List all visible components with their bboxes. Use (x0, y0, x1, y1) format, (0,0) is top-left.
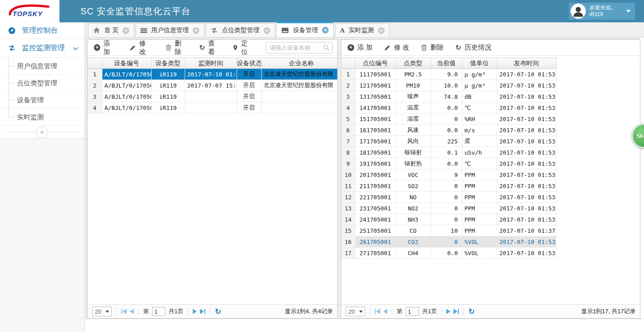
tab-user-info[interactable]: 用户信息管理 × (136, 23, 204, 37)
close-icon[interactable]: × (193, 27, 199, 34)
table-row[interactable]: 6 161705001 风速 0.0 m/s 2017-07-10 01:53:… (341, 125, 556, 136)
table-row[interactable]: 3 131705001 噪声 74.8 dB 2017-07-10 01:53:… (341, 91, 556, 102)
cell-rownum: 9 (341, 158, 355, 169)
sidebar: 管理控制台 监控监测管理 用户信息管理 点位类型管理 设备管理 实时监测 « (0, 22, 85, 332)
prev-page-button[interactable] (383, 309, 387, 314)
table-row[interactable]: 1 A/BJLT/0/1705001 iR119 2017-07-10 01:5… (88, 69, 337, 80)
next-page-button[interactable] (446, 309, 450, 314)
cell-point-id: 151705001 (355, 113, 395, 125)
table-row[interactable]: 12 221705001 NO 0 PPM 2017-07-10 01:53:2… (341, 192, 556, 203)
edit-button[interactable]: 修 改 (384, 43, 409, 52)
page-number-input[interactable] (406, 307, 419, 316)
cell-current-value: 0.0 (431, 248, 462, 259)
close-icon[interactable]: × (322, 27, 329, 34)
last-page-button[interactable] (453, 309, 459, 314)
list-icon (140, 28, 147, 33)
table-row[interactable]: 2 A/BJLT/0/1705002 iR119 2017-07-07 15:0… (88, 80, 337, 91)
table-row[interactable]: 11 211705001 SO2 0 PPM 2017-07-10 01:53:… (341, 181, 556, 192)
last-page-button[interactable] (200, 309, 205, 314)
table-row[interactable]: 9 191705001 辐射热 0.0 ℃ 2017-07-10 01:53:2… (341, 158, 556, 169)
col-point-id[interactable]: 点位编号 (355, 58, 395, 69)
table-row[interactable]: 17 271705001 CH4 0.0 %VOL 2017-07-10 01:… (341, 248, 556, 259)
cell-value-unit: %RH (462, 113, 497, 125)
select-caret-icon (359, 311, 363, 313)
cell-point-type: CH4 (395, 248, 431, 259)
col-monitor-time[interactable]: 监测时间 (185, 58, 237, 69)
table-row[interactable]: 3 A/BJLT/0/1705003 iR119 开启 (88, 91, 337, 102)
cell-current-value: 0.0 (431, 125, 462, 136)
table-row[interactable]: 7 171705001 风向 225 度 2017-07-10 01:53:21 (341, 136, 556, 147)
table-row[interactable]: 4 141705001 温度 0.0 ℃ 2017-07-10 01:53:22 (341, 102, 556, 113)
cell-point-id: 211705001 (355, 181, 395, 192)
cell-publish-time: 2017-07-10 01:53:22 (497, 236, 556, 248)
page-size-select[interactable]: 20 (346, 307, 365, 316)
first-page-button[interactable] (375, 309, 380, 314)
add-button[interactable]: + 添 加 (94, 39, 118, 56)
table-row[interactable]: 16 261705001 CO2 0 %VOL 2017-07-10 01:53… (341, 236, 556, 248)
close-icon[interactable]: × (263, 27, 270, 34)
col-device-id[interactable]: 设备编号 (102, 58, 151, 69)
tab-point-type[interactable]: 点位类型管理 × (206, 23, 275, 37)
table-row[interactable]: 13 231705001 NO2 0 PPM 2017-07-10 01:53:… (341, 203, 556, 214)
col-company[interactable]: 企业名称 (261, 58, 337, 69)
next-page-button[interactable] (193, 309, 197, 314)
close-icon[interactable]: × (123, 27, 129, 34)
refresh-icon: ↻ (455, 45, 461, 51)
first-page-button[interactable] (121, 309, 127, 314)
table-row[interactable]: 5 151705001 湿度 0 %RH 2017-07-10 01:53:22 (341, 113, 556, 125)
prev-page-button[interactable] (130, 309, 134, 314)
history-button[interactable]: ↻ 历史情况 (455, 43, 491, 52)
cell-device-type: iR119 (151, 80, 185, 91)
delete-button[interactable]: 删除 (421, 43, 444, 52)
view-button[interactable]: ↻ 查看 (199, 39, 221, 56)
tab-device-mgmt[interactable]: 设备管理 × (276, 22, 334, 37)
table-row[interactable]: 14 241705001 NH3 0 PPM 2017-07-10 01:53:… (341, 214, 556, 225)
cell-monitor-time: 2017-07-07 15:03:05 (185, 80, 237, 91)
delete-button[interactable]: 删除 (165, 39, 187, 56)
table-row[interactable]: 10 201705001 VOC 9 PPM 2017-07-10 01:53:… (341, 169, 556, 181)
col-point-type[interactable]: 点类型 (395, 58, 431, 69)
edit-button[interactable]: 修 改 (130, 39, 154, 56)
col-value-unit[interactable]: 值单位 (462, 58, 497, 69)
cell-point-type: 核辐射 (395, 147, 431, 158)
sidebar-item-user-info[interactable]: 用户信息管理 (0, 58, 85, 75)
sidebar-item-realtime[interactable]: 实时监测 (0, 109, 85, 126)
col-current-value[interactable]: 当前值 (431, 58, 462, 69)
sidebar-item-monitor-mgmt[interactable]: 监控监测管理 (0, 39, 85, 58)
table-row[interactable]: 15 251705001 CO 10 PPM 2017-07-10 01:37:… (341, 225, 556, 236)
col-rownum (341, 58, 355, 69)
delete-label: 删除 (430, 43, 444, 52)
cell-current-value: 0 (431, 113, 462, 125)
sidebar-item-console[interactable]: 管理控制台 (0, 22, 85, 39)
col-publish-time[interactable]: 发布时间 (497, 58, 556, 69)
user-menu[interactable]: 欢迎光临, iR119 (569, 3, 635, 20)
add-button[interactable]: + 添 加 (347, 43, 373, 52)
tab-label: 用户信息管理 (151, 26, 189, 34)
reload-icon[interactable]: ↻ (468, 307, 475, 316)
close-icon[interactable]: × (378, 27, 385, 34)
sidebar-item-device-mgmt[interactable]: 设备管理 (0, 92, 85, 109)
col-device-status[interactable]: 设备状态 (237, 58, 261, 69)
table-row[interactable]: 2 121705001 PM10 10.0 μ g/m³ 2017-07-10 … (341, 80, 556, 91)
cell-point-id: 131705001 (355, 91, 395, 102)
refresh-icon: ↻ (199, 45, 205, 51)
cell-point-type: 噪声 (395, 91, 431, 102)
page-size-select[interactable]: 20 (92, 307, 112, 316)
collapse-sidebar-button[interactable]: « (36, 126, 48, 138)
search-icon[interactable] (323, 44, 330, 51)
reload-icon[interactable]: ↻ (215, 307, 221, 316)
col-device-type[interactable]: 设备类型 (151, 58, 185, 69)
cell-publish-time: 2017-07-10 01:53:22 (497, 91, 556, 102)
table-row[interactable]: 1 111705001 PM2.5 9.0 μ g/m³ 2017-07-10 … (341, 69, 556, 80)
cell-point-id: 191705001 (355, 158, 395, 169)
table-row[interactable]: 8 181705001 核辐射 0.1 uSv/h 2017-07-10 01:… (341, 147, 556, 158)
add-label: 添 加 (103, 39, 118, 56)
cell-monitor-time (185, 91, 237, 102)
tab-home[interactable]: 首 页 × (88, 23, 134, 37)
page-number-input[interactable] (152, 307, 165, 316)
sidebar-item-point-type[interactable]: 点位类型管理 (0, 75, 85, 92)
locate-button[interactable]: 定位 (233, 39, 254, 56)
tab-realtime[interactable]: A 实时监测 × (335, 23, 390, 37)
cell-rownum: 3 (341, 91, 355, 102)
table-row[interactable]: 4 A/BJLT/0/1705004 iR119 开启 (88, 102, 337, 113)
